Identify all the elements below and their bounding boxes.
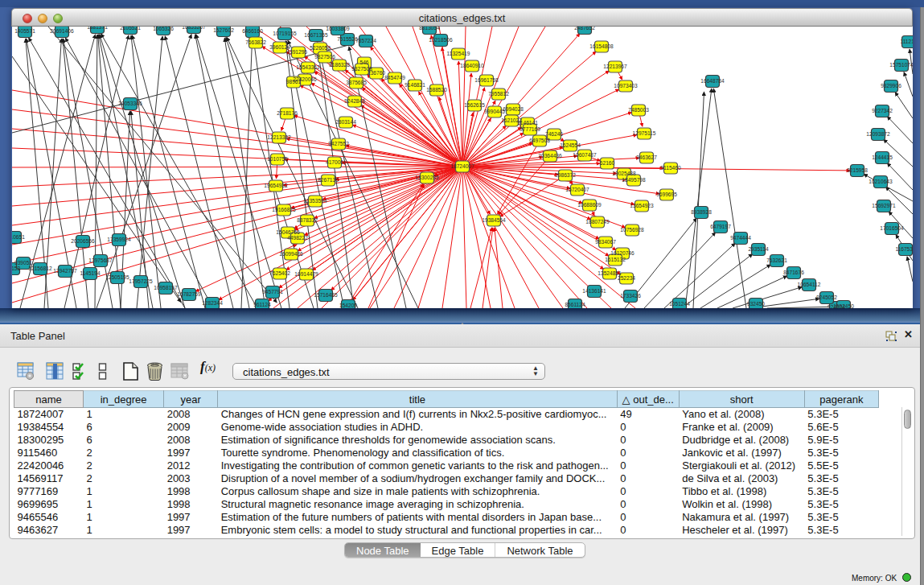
svg-text:19218506: 19218506 <box>429 37 453 43</box>
svg-text:7955812: 7955812 <box>488 91 509 97</box>
svg-text:12975115: 12975115 <box>633 130 656 136</box>
svg-text:9329906: 9329906 <box>881 83 901 89</box>
svg-text:1145194: 1145194 <box>80 270 101 276</box>
svg-text:10654112: 10654112 <box>798 282 821 287</box>
svg-text:20691406: 20691406 <box>50 28 74 34</box>
svg-text:16648784: 16648784 <box>700 78 725 84</box>
svg-text:11325419: 11325419 <box>447 51 470 56</box>
svg-text:8186328: 8186328 <box>329 62 350 68</box>
svg-text:12505195: 12505195 <box>105 274 129 280</box>
svg-text:2487652: 2487652 <box>574 27 595 31</box>
svg-text:1733426: 1733426 <box>620 293 641 299</box>
svg-text:15046766: 15046766 <box>276 229 300 235</box>
svg-text:8471676: 8471676 <box>783 270 804 275</box>
svg-text:18495798: 18495798 <box>622 177 646 183</box>
svg-text:1405571: 1405571 <box>14 28 35 34</box>
svg-text:932450: 932450 <box>747 301 765 307</box>
svg-text:2718176: 2718176 <box>277 110 298 116</box>
svg-text:1092450: 1092450 <box>833 303 854 308</box>
svg-text:17359924: 17359924 <box>107 237 131 242</box>
svg-text:154209: 154209 <box>339 303 357 308</box>
svg-text:9990445: 9990445 <box>484 109 505 114</box>
svg-text:9834067: 9834067 <box>595 239 616 245</box>
svg-text:7663822: 7663822 <box>245 39 266 45</box>
svg-text:17016504: 17016504 <box>880 225 904 231</box>
svg-text:98961: 98961 <box>286 79 302 84</box>
svg-text:10756928: 10756928 <box>620 227 644 233</box>
svg-text:7632621: 7632621 <box>766 257 787 263</box>
svg-text:13975687: 13975687 <box>88 257 113 263</box>
svg-text:9227342: 9227342 <box>872 108 893 113</box>
svg-text:2610651: 2610651 <box>12 234 25 240</box>
svg-text:16543362: 16543362 <box>296 64 320 70</box>
svg-text:16914479: 16914479 <box>294 271 318 277</box>
svg-text:1010755: 1010755 <box>267 156 288 162</box>
svg-text:2105521: 2105521 <box>120 27 141 31</box>
svg-text:16154808: 16154808 <box>589 43 614 49</box>
svg-text:15716485: 15716485 <box>314 292 338 298</box>
svg-text:16099486: 16099486 <box>279 251 303 257</box>
svg-text:6466160: 6466160 <box>242 28 263 34</box>
svg-text:546: 546 <box>359 60 368 65</box>
svg-text:9146141: 9146141 <box>517 120 538 126</box>
svg-text:16853267: 16853267 <box>182 27 206 30</box>
svg-text:7625402: 7625402 <box>269 270 290 276</box>
svg-text:1282344: 1282344 <box>202 300 223 306</box>
svg-text:11353594: 11353594 <box>304 198 327 204</box>
svg-text:16961758: 16961758 <box>474 77 499 83</box>
svg-text:20053346: 20053346 <box>118 101 142 106</box>
svg-text:1167534: 1167534 <box>895 246 913 252</box>
svg-text:12213382: 12213382 <box>267 134 291 140</box>
svg-text:19654932: 19654932 <box>264 183 288 188</box>
svg-text:1244415: 1244415 <box>872 154 893 160</box>
svg-text:1065326: 1065326 <box>153 27 174 31</box>
svg-text:3875685: 3875685 <box>346 80 367 85</box>
svg-text:8878332: 8878332 <box>297 217 318 223</box>
svg-text:13942757: 13942757 <box>53 268 77 274</box>
svg-text:8938928: 8938928 <box>691 209 712 215</box>
svg-text:9777169: 9777169 <box>519 126 540 132</box>
svg-text:18807249: 18807249 <box>585 219 610 225</box>
svg-text:7485003: 7485003 <box>628 107 649 113</box>
svg-text:746246: 746246 <box>545 131 563 137</box>
svg-text:15751074: 15751074 <box>889 62 913 68</box>
svg-text:39153: 39153 <box>12 266 20 271</box>
svg-text:2803144: 2803144 <box>335 119 356 125</box>
svg-text:16033809: 16033809 <box>326 27 350 31</box>
svg-text:10958157: 10958157 <box>154 285 178 290</box>
svg-text:8561124: 8561124 <box>565 302 585 307</box>
svg-text:20364436: 20364436 <box>538 153 562 159</box>
svg-text:8813054: 8813054 <box>419 27 440 31</box>
svg-text:18640910: 18640910 <box>460 63 484 68</box>
svg-text:9115460: 9115460 <box>660 165 681 171</box>
svg-text:9827506: 9827506 <box>314 54 335 60</box>
svg-text:10607487: 10607487 <box>573 152 597 158</box>
svg-text:9474444: 9474444 <box>730 235 751 241</box>
svg-text:8215958: 8215958 <box>847 167 868 173</box>
svg-text:10688609: 10688609 <box>577 202 602 208</box>
svg-text:8267130: 8267130 <box>318 177 339 183</box>
svg-text:7857224: 7857224 <box>355 38 376 43</box>
svg-text:9242848: 9242848 <box>344 98 365 104</box>
svg-text:1624554: 1624554 <box>560 142 581 148</box>
svg-text:1881371: 1881371 <box>87 27 108 30</box>
svg-text:236760: 236760 <box>368 70 385 76</box>
svg-text:3960124: 3960124 <box>269 44 290 50</box>
svg-text:16782759: 16782759 <box>177 291 201 297</box>
svg-text:19384554: 19384554 <box>482 217 506 223</box>
svg-text:2986372: 2986372 <box>555 172 576 178</box>
svg-text:17957225: 17957225 <box>129 278 153 284</box>
svg-text:9146821: 9146821 <box>405 82 425 88</box>
svg-text:9699695: 9699695 <box>656 192 677 197</box>
svg-text:5226058: 5226058 <box>310 45 331 51</box>
svg-text:939051: 939051 <box>14 260 32 266</box>
svg-text:10025488: 10025488 <box>612 171 636 176</box>
svg-text:62160: 62160 <box>600 160 615 166</box>
svg-text:12093872: 12093872 <box>866 131 890 137</box>
svg-text:10973403: 10973403 <box>614 83 638 89</box>
svg-text:15720407: 15720407 <box>565 187 589 192</box>
svg-text:4498222: 4498222 <box>287 235 308 241</box>
svg-text:20206556: 20206556 <box>71 238 95 244</box>
svg-text:12156812: 12156812 <box>28 266 52 271</box>
svg-text:1562615: 1562615 <box>464 102 485 108</box>
